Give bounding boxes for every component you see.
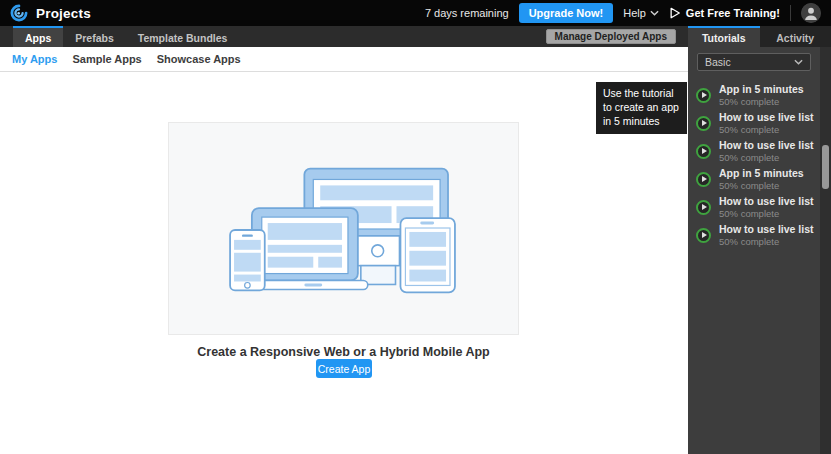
empty-state-caption: Create a Responsive Web or a Hybrid Mobi… <box>168 345 519 359</box>
get-free-training-link[interactable]: Get Free Training! <box>669 7 780 19</box>
help-menu[interactable]: Help <box>623 7 659 19</box>
tab-template-bundles[interactable]: Template Bundles <box>126 26 240 47</box>
tutorial-category-value: Basic <box>705 56 731 68</box>
content-area: Create a Responsive Web or a Hybrid Mobi… <box>0 72 688 454</box>
tutorial-item[interactable]: How to use live list50% complete <box>688 193 831 221</box>
manage-deployed-apps-button[interactable]: Manage Deployed Apps <box>546 29 676 44</box>
training-label: Get Free Training! <box>686 7 780 19</box>
play-icon[interactable] <box>696 228 711 243</box>
progress-text: 50% complete <box>719 180 804 191</box>
play-icon[interactable] <box>696 88 711 103</box>
progress-text: 50% complete <box>719 152 814 163</box>
tutorial-list: App in 5 minutes50% complete How to use … <box>688 77 831 249</box>
app-screen: Projects 7 days remaining Upgrade Now! H… <box>0 0 831 454</box>
topbar-divider <box>790 5 791 21</box>
chevron-down-icon <box>650 10 659 16</box>
tab-tutorials[interactable]: Tutorials <box>688 26 760 47</box>
tutorial-tooltip: Use the tutorial to create an app in 5 m… <box>596 82 687 134</box>
top-bar: Projects 7 days remaining Upgrade Now! H… <box>0 0 831 26</box>
body-row: Apps Prefabs Template Bundles Manage Dep… <box>0 26 831 454</box>
play-icon[interactable] <box>696 144 711 159</box>
devices-illustration <box>169 123 518 334</box>
panel-scrollbar[interactable] <box>820 47 831 454</box>
app-logo-icon[interactable] <box>10 4 28 22</box>
primary-tab-bar: Apps Prefabs Template Bundles Manage Dep… <box>0 26 688 47</box>
subnav-my-apps[interactable]: My Apps <box>12 53 57 65</box>
create-app-button[interactable]: Create App <box>316 359 372 378</box>
tutorial-item[interactable]: How to use live list50% complete <box>688 109 831 137</box>
progress-text: 50% complete <box>719 96 804 107</box>
help-label: Help <box>623 7 646 19</box>
progress-text: 50% complete <box>719 236 814 247</box>
tab-prefabs[interactable]: Prefabs <box>63 26 126 47</box>
tab-activity[interactable]: Activity <box>760 26 831 47</box>
topbar-right-group: 7 days remaining Upgrade Now! Help Get F… <box>425 3 823 23</box>
subnav-showcase-apps[interactable]: Showcase Apps <box>157 53 241 65</box>
empty-state-card <box>168 122 519 335</box>
main-column: Apps Prefabs Template Bundles Manage Dep… <box>0 26 688 454</box>
page-title: Projects <box>36 6 91 21</box>
progress-text: 50% complete <box>719 208 814 219</box>
upgrade-now-button[interactable]: Upgrade Now! <box>519 3 614 23</box>
tab-apps[interactable]: Apps <box>13 26 63 47</box>
tutorials-panel: Tutorials Activity Basic App in 5 minute… <box>688 26 831 454</box>
user-avatar[interactable] <box>801 3 821 23</box>
play-icon[interactable] <box>696 172 711 187</box>
tutorial-item[interactable]: How to use live list50% complete <box>688 221 831 249</box>
trial-remaining-text: 7 days remaining <box>425 7 509 19</box>
play-icon[interactable] <box>696 200 711 215</box>
scrollbar-thumb[interactable] <box>822 145 829 189</box>
tutorial-category-select[interactable]: Basic <box>697 53 811 71</box>
tutorial-item[interactable]: How to use live list50% complete <box>688 137 831 165</box>
apps-sub-nav: My Apps Sample Apps Showcase Apps <box>0 47 688 72</box>
panel-tab-bar: Tutorials Activity <box>688 26 831 47</box>
tutorial-item[interactable]: App in 5 minutes50% complete <box>688 165 831 193</box>
play-outline-icon <box>669 7 681 19</box>
subnav-sample-apps[interactable]: Sample Apps <box>72 53 141 65</box>
progress-text: 50% complete <box>719 124 814 135</box>
play-icon[interactable] <box>696 116 711 131</box>
tutorial-item[interactable]: App in 5 minutes50% complete <box>688 81 831 109</box>
chevron-down-icon <box>794 59 803 65</box>
